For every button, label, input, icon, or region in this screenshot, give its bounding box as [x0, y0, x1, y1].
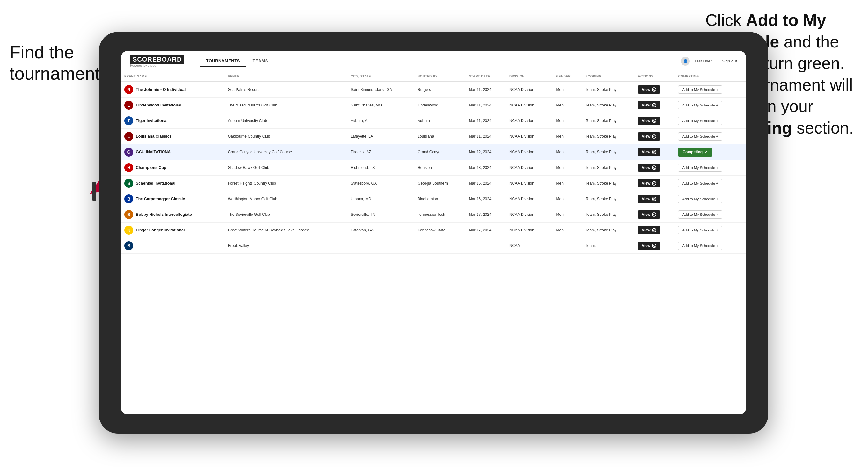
cell-actions: View ⊙: [635, 97, 675, 113]
nav-tab-teams[interactable]: TEAMS: [247, 56, 274, 67]
table-row: R The Johnnie - O Individual Sea Palms R…: [121, 82, 746, 97]
cell-division: NCAA Division I: [506, 97, 553, 113]
view-icon: ⊙: [652, 244, 656, 248]
cell-city-state: Saint Simons Island, GA: [347, 82, 414, 97]
cell-gender: Men: [553, 160, 582, 176]
app-header: SCOREBOARD Powered by clippd TOURNAMENTS…: [121, 51, 746, 71]
view-icon: ⊙: [652, 103, 656, 107]
cell-start-date: Mar 17, 2024: [466, 207, 506, 222]
competing-button[interactable]: Competing: [678, 148, 712, 157]
user-icon: 👤: [681, 57, 690, 66]
view-button[interactable]: View ⊙: [638, 242, 660, 250]
nav-tabs: TOURNAMENTS TEAMS: [200, 56, 274, 67]
col-hosted-by: HOSTED BY: [414, 71, 466, 82]
cell-actions: View ⊙: [635, 145, 675, 160]
cell-division: NCAA Division I: [506, 176, 553, 191]
table-row: L Lindenwood Invitational The Missouri B…: [121, 97, 746, 113]
event-name-cell: H Champions Cup: [124, 163, 221, 172]
team-logo: B: [124, 194, 133, 204]
cell-actions: View ⊙: [635, 129, 675, 145]
team-logo: L: [124, 101, 133, 110]
sign-out-link[interactable]: Sign out: [722, 59, 737, 63]
cell-city-state: Phoenix, AZ: [347, 145, 414, 160]
add-to-schedule-button[interactable]: Add to My Schedule +: [678, 179, 722, 187]
cell-event-name: B: [121, 238, 225, 254]
team-logo: B: [124, 241, 133, 250]
cell-hosted-by: [414, 238, 466, 254]
team-logo: S: [124, 179, 133, 188]
cell-start-date: Mar 11, 2024: [466, 113, 506, 129]
cell-division: NCAA Division I: [506, 207, 553, 222]
add-to-schedule-button[interactable]: Add to My Schedule +: [678, 210, 722, 219]
add-to-schedule-button[interactable]: Add to My Schedule +: [678, 195, 722, 203]
cell-event-name: G GCU INVITATIONAL: [121, 145, 225, 160]
add-to-schedule-button[interactable]: Add to My Schedule +: [678, 117, 722, 125]
nav-tab-tournaments[interactable]: TOURNAMENTS: [200, 56, 245, 67]
col-venue: VENUE: [225, 71, 347, 82]
table-row: B The Carpetbagger Classic Worthington M…: [121, 191, 746, 207]
view-button[interactable]: View ⊙: [638, 132, 660, 141]
cell-event-name: B The Carpetbagger Classic: [121, 191, 225, 207]
cell-actions: View ⊙: [635, 160, 675, 176]
add-to-schedule-button[interactable]: Add to My Schedule +: [678, 86, 722, 94]
cell-city-state: Urbana, MD: [347, 191, 414, 207]
cell-competing: Add to My Schedule +: [675, 176, 746, 191]
cell-competing: Competing: [675, 145, 746, 160]
view-button[interactable]: View ⊙: [638, 226, 660, 234]
col-division: DIVISION: [506, 71, 553, 82]
cell-scoring: Team, Stroke Play: [582, 176, 635, 191]
view-button[interactable]: View ⊙: [638, 210, 660, 219]
cell-scoring: Team, Stroke Play: [582, 207, 635, 222]
cell-venue: Grand Canyon University Golf Course: [225, 145, 347, 160]
add-to-schedule-button[interactable]: Add to My Schedule +: [678, 226, 722, 234]
view-icon: ⊙: [652, 228, 656, 232]
cell-division: NCAA Division I: [506, 82, 553, 97]
cell-start-date: Mar 16, 2024: [466, 191, 506, 207]
view-button[interactable]: View ⊙: [638, 195, 660, 203]
cell-competing: Add to My Schedule +: [675, 113, 746, 129]
view-icon: ⊙: [652, 150, 656, 154]
view-icon: ⊙: [652, 119, 656, 123]
cell-event-name: T Tiger Invitational: [121, 113, 225, 129]
cell-venue: Great Waters Course At Reynolds Lake Oco…: [225, 222, 347, 238]
view-icon: ⊙: [652, 87, 656, 92]
view-button[interactable]: View ⊙: [638, 101, 660, 110]
cell-venue: Brook Valley: [225, 238, 347, 254]
cell-gender: Men: [553, 222, 582, 238]
event-name-cell: G GCU INVITATIONAL: [124, 148, 221, 157]
table-header-row: EVENT NAME VENUE CITY, STATE HOSTED BY S…: [121, 71, 746, 82]
cell-gender: Men: [553, 207, 582, 222]
event-name-text: Linger Longer Invitational: [136, 228, 185, 232]
view-button[interactable]: View ⊙: [638, 117, 660, 125]
cell-division: NCAA Division I: [506, 222, 553, 238]
cell-division: NCAA Division I: [506, 160, 553, 176]
view-button[interactable]: View ⊙: [638, 179, 660, 187]
cell-competing: Add to My Schedule +: [675, 129, 746, 145]
cell-city-state: Auburn, AL: [347, 113, 414, 129]
cell-start-date: Mar 15, 2024: [466, 176, 506, 191]
view-button[interactable]: View ⊙: [638, 163, 660, 172]
add-to-schedule-button[interactable]: Add to My Schedule +: [678, 132, 722, 141]
cell-venue: Worthington Manor Golf Club: [225, 191, 347, 207]
cell-gender: Men: [553, 82, 582, 97]
table-row: S Schenkel Invitational Forest Heights C…: [121, 176, 746, 191]
cell-actions: View ⊙: [635, 222, 675, 238]
cell-scoring: Team, Stroke Play: [582, 82, 635, 97]
add-to-schedule-button[interactable]: Add to My Schedule +: [678, 163, 722, 172]
cell-actions: View ⊙: [635, 176, 675, 191]
cell-gender: [553, 238, 582, 254]
team-logo: G: [124, 148, 133, 157]
cell-actions: View ⊙: [635, 191, 675, 207]
cell-competing: Add to My Schedule +: [675, 82, 746, 97]
team-logo: L: [124, 132, 133, 141]
cell-event-name: B Bobby Nichols Intercollegiate: [121, 207, 225, 222]
cell-venue: Forest Heights Country Club: [225, 176, 347, 191]
cell-hosted-by: Houston: [414, 160, 466, 176]
view-button[interactable]: View ⊙: [638, 86, 660, 94]
add-to-schedule-button[interactable]: Add to My Schedule +: [678, 101, 722, 110]
header-right: 👤 Test User | Sign out: [681, 57, 737, 66]
view-button[interactable]: View ⊙: [638, 148, 660, 156]
cell-division: NCAA Division I: [506, 191, 553, 207]
annotation-left: Find the tournament.: [9, 41, 105, 84]
add-to-schedule-button[interactable]: Add to My Schedule +: [678, 242, 722, 250]
